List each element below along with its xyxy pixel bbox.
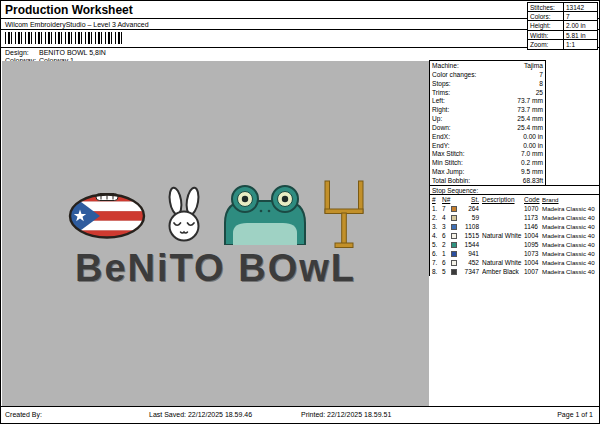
stop-num: 5.	[430, 240, 442, 249]
page-title: Production Worksheet	[1, 1, 599, 19]
thread-swatch-cell	[451, 260, 463, 266]
football-icon	[67, 192, 147, 240]
summary-label: Stitches:	[528, 3, 564, 11]
machine-value: 9.5 mm	[521, 168, 543, 177]
machine-value: 25.4 mm	[517, 115, 543, 124]
stitch-count: 59	[463, 213, 482, 222]
stop-num: 8.	[430, 267, 442, 276]
machine-value: 73.7 mm	[517, 106, 543, 115]
stop-row: 2. 4 59 1173 Madeira Classic 40	[430, 213, 599, 222]
needle-number: 1	[442, 249, 451, 258]
machine-label: Max Stitch:	[432, 150, 465, 159]
stop-row: 8. 5 7347 Amber Black 1007 Madeira Class…	[430, 267, 599, 276]
machine-row: Stops:8	[432, 80, 543, 89]
stitch-count: 1108	[463, 222, 482, 231]
thread-swatch-cell	[451, 224, 463, 230]
machine-label: Min Stitch:	[432, 159, 463, 168]
thread-description: Natural White	[482, 258, 524, 267]
col-code: Code	[524, 195, 542, 204]
thread-brand: Madeira Classic 40	[542, 240, 599, 249]
stop-sequence-panel: Stop Sequence: # N# St. Description Code…	[429, 185, 599, 276]
summary-label: Height:	[528, 21, 564, 29]
design-name: BENITO BOWL 5,8IN	[39, 49, 106, 57]
col-needle: N#	[442, 195, 451, 204]
stop-row: 5. 2 1544 1095 Madeira Classic 40	[430, 240, 599, 249]
machine-label: Up:	[432, 115, 442, 124]
thread-code: 1004	[524, 231, 542, 240]
thread-code: 1007	[524, 267, 542, 276]
footer: Created By: Last Saved: 22/12/2025 18.59…	[1, 406, 599, 423]
thread-description: Natural White	[482, 231, 524, 240]
machine-value: Tajima	[524, 62, 543, 71]
machine-label: Machine:	[432, 62, 459, 71]
thread-brand: Madeira Classic 40	[542, 258, 599, 267]
stitch-count: 941	[463, 249, 482, 258]
machine-row: Left:73.7 mm	[432, 97, 543, 106]
stop-num: 4.	[430, 231, 442, 240]
machine-label: Right:	[432, 106, 449, 115]
stitch-count: 1515	[463, 231, 482, 240]
stop-row: 7. 6 452 Natural White 1004 Madeira Clas…	[430, 258, 599, 267]
thread-swatch-cell	[451, 206, 463, 212]
barcode-row	[1, 30, 599, 48]
app-subtitle: Wilcom EmbroideryStudio – Level 3 Advanc…	[1, 19, 599, 30]
design-artwork	[2, 61, 429, 245]
summary-row: Zoom:1:1	[528, 40, 597, 49]
goalpost-icon	[323, 179, 365, 249]
stitch-count: 7347	[463, 267, 482, 276]
stop-row: 4. 6 1515 Natural White 1004 Madeira Cla…	[430, 231, 599, 240]
last-saved-text: Last Saved: 22/12/2025 18.59.46	[149, 411, 252, 418]
machine-row: Max Jump:9.5 mm	[432, 168, 543, 177]
design-canvas: BeNiTO BOwL	[2, 61, 429, 406]
needle-number: 3	[442, 222, 451, 231]
thread-brand: Madeira Classic 40	[542, 249, 599, 258]
thread-code: 1070	[524, 204, 542, 213]
machine-label: Down:	[432, 124, 451, 133]
page-number: Page 1 of 1	[557, 411, 593, 418]
needle-number: 2	[442, 240, 451, 249]
stitch-count: 264	[463, 204, 482, 213]
col-num: #	[430, 195, 442, 204]
design-summary-box: Stitches:13142 Colors:7 Height:2.00 in W…	[527, 2, 598, 50]
summary-value: 5.81 in	[564, 31, 597, 39]
thread-brand: Madeira Classic 40	[542, 231, 599, 240]
machine-value: 8	[539, 80, 543, 89]
machine-row: EndY:0.00 in	[432, 142, 543, 151]
thread-color-swatch	[451, 206, 457, 212]
thread-color-swatch	[451, 215, 457, 221]
machine-label: Color changes:	[432, 71, 476, 80]
summary-row: Colors:7	[528, 12, 597, 21]
thread-code: 1004	[524, 258, 542, 267]
summary-label: Colors:	[528, 12, 564, 20]
summary-row: Stitches:13142	[528, 3, 597, 12]
stop-sequence-title: Stop Sequence:	[430, 185, 599, 195]
thread-code: 1173	[524, 213, 542, 222]
machine-value: 0.00 in	[523, 142, 543, 151]
machine-label: Max Jump:	[432, 168, 464, 177]
machine-settings-panel: Machine:Tajima Color changes:7 Stops:8 T…	[429, 60, 546, 188]
machine-row: Max Stitch:7.0 mm	[432, 150, 543, 159]
printed-text: Printed: 22/12/2025 18.59.51	[301, 411, 391, 418]
thread-brand: Madeira Classic 40	[542, 267, 599, 276]
stop-num: 7.	[430, 258, 442, 267]
col-brand: Brand	[542, 195, 599, 204]
frog-icon	[221, 183, 309, 245]
machine-value: 0.00 in	[523, 133, 543, 142]
needle-number: 7	[442, 204, 451, 213]
machine-label: Stops:	[432, 80, 451, 89]
design-text: BeNiTO BOwL	[2, 247, 429, 290]
machine-row: Up:25.4 mm	[432, 115, 543, 124]
thread-swatch-cell	[451, 269, 463, 275]
machine-label: EndX:	[432, 133, 450, 142]
thread-code: 1095	[524, 240, 542, 249]
thread-code: 1073	[524, 249, 542, 258]
summary-row: Width:5.81 in	[528, 31, 597, 40]
thread-color-swatch	[451, 233, 457, 239]
summary-value: 1:1	[564, 40, 597, 49]
stop-num: 3.	[430, 222, 442, 231]
stop-num: 1.	[430, 204, 442, 213]
summary-value: 13142	[564, 3, 597, 11]
stop-row: 6. 1 941 1073 Madeira Classic 40	[430, 249, 599, 258]
machine-row: Min Stitch:0.2 mm	[432, 159, 543, 168]
thread-swatch-cell	[451, 242, 463, 248]
